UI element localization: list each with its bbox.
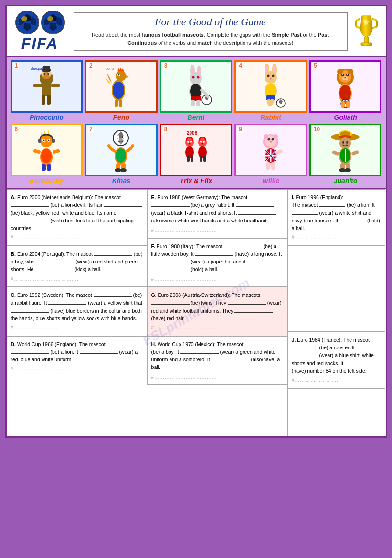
svg-marker-36 [121, 68, 124, 71]
hash-j: #……………………. [292, 377, 381, 384]
svg-point-82 [347, 74, 348, 75]
fifa-balls [15, 10, 65, 35]
desc-cell-g: G. Euro 2008 (Austria-Switzerland): The … [147, 287, 287, 336]
mascot-name-10: Juanito [309, 177, 382, 185]
svg-marker-93 [44, 130, 46, 135]
mascot-10: 10 [309, 124, 382, 185]
svg-rect-104 [52, 149, 60, 154]
svg-point-110 [117, 136, 119, 138]
blank-g2[interactable] [228, 304, 266, 305]
blank-b1[interactable] [94, 255, 132, 256]
svg-rect-132 [203, 156, 206, 162]
descriptions-wrapper: ESLprintables.com A. Euro 2000 (Netherla… [7, 189, 386, 436]
svg-rect-57 [196, 100, 200, 106]
desc-cell-a: A. Euro 2000 (Netherlands-Belgium): The … [7, 189, 147, 246]
desc-cell-d: D. World Cup 1966 (England): The mascot … [7, 336, 147, 377]
blank-a3[interactable] [11, 222, 49, 222]
svg-point-37 [116, 71, 126, 81]
fifa-logo: FIFA [11, 10, 69, 53]
svg-point-51 [197, 76, 199, 78]
svg-point-66 [272, 74, 274, 77]
svg-point-86 [339, 85, 351, 101]
blank-j2[interactable] [292, 357, 318, 357]
svg-point-120 [187, 141, 189, 143]
mascot-5: 5 [309, 60, 382, 121]
svg-point-67 [270, 78, 272, 79]
blank-i3[interactable] [339, 222, 366, 222]
mascot-1: 1 Europa80 [11, 60, 83, 121]
col-e: E. Euro 1988 (West Germany): The mascot … [147, 189, 287, 436]
blank-f2[interactable] [195, 255, 233, 256]
svg-text:EURO: EURO [106, 67, 114, 70]
blank-a1[interactable] [11, 206, 49, 207]
blank-e1[interactable] [151, 206, 190, 207]
desc-cell-b: B. Euro 2004 (Portugal): The mascot (be)… [7, 246, 147, 287]
mascots-section: 1 Europa80 [7, 57, 386, 189]
blank-c1[interactable] [94, 296, 132, 297]
svg-rect-150 [271, 163, 275, 170]
svg-point-156 [342, 141, 344, 143]
svg-point-127 [200, 141, 202, 143]
blank-c3[interactable] [11, 312, 49, 313]
blank-g3[interactable] [234, 312, 273, 313]
blank-b2[interactable] [36, 263, 74, 263]
blank-e3[interactable] [238, 214, 276, 215]
blank-h3[interactable] [212, 361, 250, 361]
blank-b3[interactable] [35, 271, 73, 271]
blank-f3[interactable] [151, 263, 190, 263]
blank-f4[interactable] [151, 271, 190, 271]
fifa-text-label: FIFA [21, 35, 58, 53]
mascot-8: 8 2008 [160, 124, 233, 185]
blank-j1[interactable] [292, 349, 318, 349]
hash-b: #………………………………. [11, 275, 143, 283]
svg-point-121 [190, 141, 192, 143]
svg-point-99 [43, 139, 44, 141]
col-i: I. Euro 1996 (England): The mascot (be) … [287, 189, 386, 436]
svg-rect-70 [266, 95, 275, 100]
blank-i2[interactable] [292, 214, 318, 215]
svg-rect-124 [187, 156, 190, 162]
desc-spacer-bc [287, 246, 386, 332]
svg-point-135 [264, 134, 268, 139]
hash-h: #………………………………. [151, 373, 283, 381]
mascot-juanito-img [328, 127, 363, 173]
svg-rect-43 [115, 100, 118, 107]
blank-e2[interactable] [236, 206, 274, 207]
title-instructions: Read about the most famous football masc… [80, 31, 341, 47]
hash-c: #……………………. [11, 324, 143, 332]
svg-point-69 [265, 84, 276, 97]
svg-point-64 [265, 71, 277, 84]
svg-point-138 [271, 138, 274, 140]
blank-a2[interactable] [104, 206, 142, 207]
mascot-willie-img [253, 127, 289, 173]
svg-point-129 [201, 143, 203, 144]
blank-f1[interactable] [224, 248, 262, 248]
svg-point-155 [339, 137, 351, 149]
svg-point-40 [118, 74, 120, 75]
svg-rect-14 [364, 37, 369, 43]
svg-point-102 [41, 149, 52, 163]
mascot-num-8: 8 [163, 126, 169, 133]
svg-rect-161 [332, 150, 339, 156]
blank-i1[interactable] [319, 206, 345, 207]
blank-h1[interactable] [244, 346, 283, 346]
svg-marker-38 [126, 75, 129, 78]
svg-point-117 [120, 168, 127, 172]
blank-d1[interactable] [11, 353, 49, 354]
svg-rect-27 [42, 83, 51, 96]
mascot-berni-img [178, 64, 214, 109]
blank-d2[interactable] [80, 353, 118, 354]
hash-e: #………………………………. [151, 226, 283, 234]
svg-point-26 [47, 73, 49, 75]
mascot-num-3: 3 [163, 63, 169, 69]
blank-j3[interactable] [345, 365, 371, 365]
blank-g1[interactable] [151, 304, 190, 305]
svg-text:2008: 2008 [187, 130, 198, 136]
page: FIFA For the Good of the Game Read about… [5, 5, 387, 438]
blank-c2[interactable] [48, 304, 86, 305]
mascot-name-6: Benelucky [11, 177, 83, 185]
blank-h2[interactable] [180, 353, 219, 354]
mascot-kinas-img [103, 127, 139, 173]
title-box: For the Good of the Game Read about the … [74, 12, 348, 51]
mascot-name-1: Pinoccinio [11, 114, 83, 121]
